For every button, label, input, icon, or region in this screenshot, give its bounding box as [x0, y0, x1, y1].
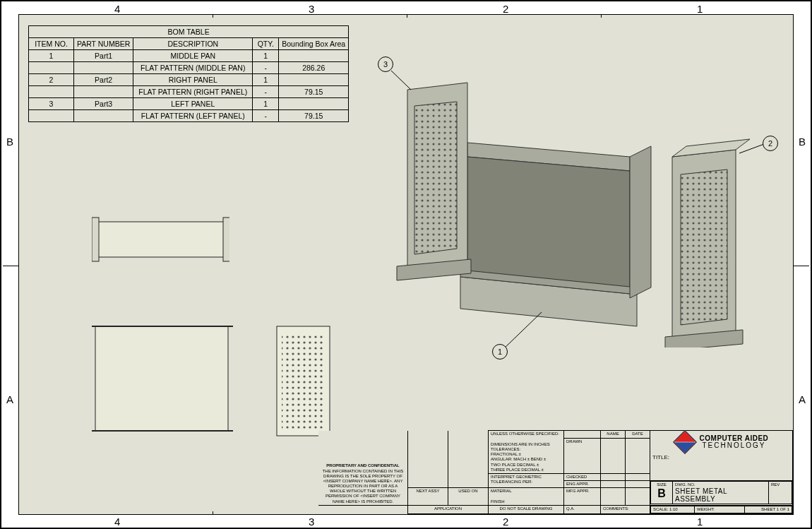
zone-tick — [794, 266, 809, 266]
zone-col-label: 3 — [309, 516, 314, 528]
svg-rect-23 — [282, 333, 325, 429]
bom-header: Bounding Box Area — [279, 38, 349, 50]
svg-marker-5 — [630, 146, 651, 298]
svg-marker-10 — [681, 170, 727, 325]
bom-title: BOM TABLE — [29, 26, 349, 38]
zone-col-label: 4 — [114, 516, 120, 528]
svg-line-13 — [501, 312, 542, 347]
bom-header: PART NUMBER — [74, 38, 133, 50]
front-view — [92, 323, 233, 439]
zone-col-label: 4 — [114, 3, 120, 15]
next-assy-cell — [408, 431, 448, 488]
svg-rect-16 — [97, 222, 225, 257]
table-row: 2Part2RIGHT PANEL1 — [29, 74, 349, 86]
scale-value: SCALE: 1:10 — [651, 506, 695, 513]
proprietary-text: THE INFORMATION CONTAINED IN THIS DRAWIN… — [323, 469, 404, 504]
table-row: FLAT PATTERN (MIDDLE PAN)-286.26 — [29, 62, 349, 74]
zone-col-label: 3 — [309, 3, 314, 15]
balloon-2: 2 — [763, 136, 778, 151]
svg-line-15 — [391, 71, 411, 90]
zone-tick — [213, 14, 213, 18]
table-row: FLAT PATTERN (RIGHT PANEL)-79.15 — [29, 86, 349, 98]
balloon-1: 1 — [492, 344, 508, 359]
sheet-number: SHEET 1 OF 1 — [745, 506, 792, 513]
bom-header: DESCRIPTION — [133, 38, 253, 50]
used-on-cell — [448, 431, 489, 488]
zone-col-label: 1 — [697, 3, 703, 15]
bom-header: QTY. — [253, 38, 279, 50]
zone-col-label: 1 — [697, 516, 703, 528]
zone-tick — [213, 511, 213, 515]
zone-row-label: A — [6, 393, 13, 405]
title-label: TITLE: — [652, 454, 790, 460]
zone-row-label: B — [6, 136, 13, 148]
company-logo: COMPUTER AIDED TECHNOLOGY — [674, 432, 769, 453]
zone-tick — [407, 14, 407, 18]
zone-row-label: A — [799, 393, 806, 405]
zone-tick — [3, 266, 18, 266]
top-view — [92, 213, 229, 266]
zone-tick — [601, 14, 602, 18]
table-row: FLAT PATTERN (LEFT PANEL)-79.15 — [29, 110, 349, 122]
svg-rect-17 — [92, 218, 99, 261]
side-view — [273, 323, 333, 439]
drawing-number: SHEET METAL ASSEMBLY — [675, 487, 766, 503]
zone-col-label: 2 — [503, 516, 508, 528]
isometric-view — [369, 51, 778, 347]
bom-header: ITEM NO. — [29, 38, 74, 50]
table-row: 3Part3LEFT PANEL1 — [29, 98, 349, 110]
svg-rect-18 — [223, 218, 229, 261]
table-row: 1Part1MIDDLE PAN1 — [29, 50, 349, 62]
title-block: PROPRIETARY AND CONFIDENTIAL THE INFORMA… — [318, 430, 793, 514]
svg-line-14 — [739, 144, 764, 153]
svg-rect-19 — [95, 326, 228, 431]
proprietary-header: PROPRIETARY AND CONFIDENTIAL — [326, 463, 399, 468]
svg-marker-7 — [414, 102, 457, 254]
zone-col-label: 2 — [503, 3, 508, 15]
drawing-sheet: 4 3 2 1 4 3 2 1 B A B A BOM TABLE ITEM N… — [0, 0, 812, 529]
size-value: B — [653, 487, 670, 500]
zone-row-label: B — [799, 136, 806, 148]
bom-table: BOM TABLE ITEM NO. PART NUMBER DESCRIPTI… — [28, 25, 349, 122]
logo-icon — [673, 430, 697, 454]
balloon-3: 3 — [378, 57, 393, 72]
